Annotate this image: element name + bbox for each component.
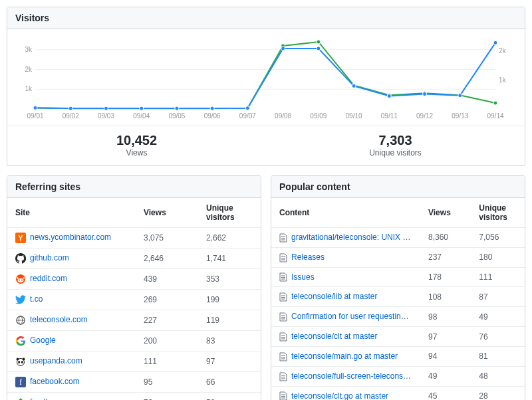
referring-site-link[interactable]: news.ycombinator.com bbox=[30, 233, 111, 242]
popular-views: 49 bbox=[420, 366, 471, 386]
table-row: ffacebook.com 95 66 bbox=[7, 372, 261, 393]
referring-site-link[interactable]: facebook.com bbox=[30, 377, 80, 386]
svg-point-53 bbox=[21, 280, 23, 281]
ycombinator-icon: Y bbox=[15, 233, 26, 243]
referring-views: 2,646 bbox=[136, 249, 198, 269]
referring-views: 76 bbox=[136, 393, 198, 401]
total-unique-label: Unique visitors bbox=[266, 148, 525, 157]
col-unique: Unique visitors bbox=[471, 198, 525, 228]
referring-unique: 119 bbox=[198, 310, 261, 331]
referring-unique: 66 bbox=[198, 372, 261, 393]
panda-icon bbox=[15, 356, 26, 367]
reddit-icon bbox=[15, 274, 26, 284]
svg-text:09/10: 09/10 bbox=[346, 112, 362, 120]
referring-unique: 97 bbox=[198, 351, 261, 372]
referring-views: 95 bbox=[136, 372, 198, 393]
svg-text:2k: 2k bbox=[499, 47, 507, 54]
table-row: Issues 178 111 bbox=[271, 267, 525, 287]
referring-unique: 353 bbox=[198, 269, 261, 290]
popular-views: 45 bbox=[420, 386, 471, 400]
file-icon bbox=[279, 292, 287, 302]
referring-views: 200 bbox=[136, 331, 198, 351]
svg-text:09/02: 09/02 bbox=[63, 112, 79, 120]
file-icon bbox=[279, 233, 287, 243]
svg-text:09/14: 09/14 bbox=[487, 112, 503, 120]
popular-unique: 81 bbox=[471, 346, 525, 366]
github-icon bbox=[15, 253, 26, 264]
table-row: reddit.com 439 353 bbox=[7, 269, 261, 290]
svg-text:09/06: 09/06 bbox=[204, 112, 221, 120]
popular-content-link[interactable]: gravitational/teleconsole: UNIX shel... bbox=[291, 233, 420, 242]
col-views: Views bbox=[136, 198, 198, 228]
table-row: usepanda.com 111 97 bbox=[7, 351, 261, 372]
popular-views: 94 bbox=[420, 346, 471, 366]
popular-content-link[interactable]: Releases bbox=[291, 252, 325, 262]
svg-point-51 bbox=[18, 278, 24, 282]
popular-panel: Popular content Content Views Unique vis… bbox=[271, 175, 525, 400]
table-row: Google 200 83 bbox=[7, 331, 261, 351]
referring-site-link[interactable]: Google bbox=[30, 336, 56, 345]
totals-unique: 7,303 Unique visitors bbox=[266, 126, 525, 165]
file-icon bbox=[279, 372, 287, 381]
referring-table: Site Views Unique visitors Ynews.ycombin… bbox=[7, 198, 261, 400]
feedly-icon bbox=[15, 397, 26, 400]
popular-unique: 49 bbox=[471, 307, 525, 327]
table-row: teleconsole/lib at master 108 87 bbox=[271, 287, 525, 307]
referring-site-link[interactable]: github.com bbox=[30, 253, 69, 262]
col-unique: Unique visitors bbox=[198, 198, 261, 228]
svg-point-42 bbox=[245, 106, 249, 110]
popular-content-link[interactable]: teleconsole/clt.go at master bbox=[291, 391, 388, 400]
svg-point-54 bbox=[23, 277, 25, 279]
referring-site-link[interactable]: feedly.com bbox=[30, 397, 68, 400]
google-icon bbox=[15, 336, 26, 346]
svg-point-55 bbox=[17, 277, 19, 279]
svg-point-44 bbox=[317, 47, 321, 50]
svg-point-48 bbox=[458, 94, 462, 98]
svg-point-35 bbox=[493, 101, 497, 105]
svg-text:09/11: 09/11 bbox=[381, 112, 398, 120]
referring-site-link[interactable]: usepanda.com bbox=[30, 356, 82, 365]
referring-unique: 83 bbox=[198, 331, 261, 351]
popular-unique: 48 bbox=[471, 366, 525, 386]
referring-site-link[interactable]: teleconsole.com bbox=[30, 315, 88, 324]
popular-content-link[interactable]: teleconsole/clt at master bbox=[291, 332, 377, 341]
svg-text:09/09: 09/09 bbox=[310, 112, 327, 120]
file-icon bbox=[279, 272, 287, 282]
popular-content-link[interactable]: teleconsole/lib at master bbox=[291, 292, 377, 301]
popular-content-link[interactable]: teleconsole/full-screen-teleconsole... bbox=[291, 371, 420, 381]
table-row: Ynews.ycombinator.com 3,075 2,662 bbox=[7, 228, 261, 249]
popular-views: 178 bbox=[420, 267, 471, 287]
total-views-label: Views bbox=[7, 148, 266, 157]
popular-content-link[interactable]: teleconsole/main.go at master bbox=[291, 351, 398, 361]
popular-unique: 76 bbox=[471, 327, 525, 347]
svg-point-30 bbox=[317, 40, 321, 44]
twitter-icon bbox=[15, 294, 26, 305]
popular-content-link[interactable]: Confirmation for user requesting to ... bbox=[291, 312, 420, 321]
svg-point-39 bbox=[140, 106, 144, 110]
popular-views: 237 bbox=[420, 247, 471, 267]
referring-site-link[interactable]: reddit.com bbox=[30, 274, 67, 283]
referring-site-link[interactable]: t.co bbox=[30, 294, 43, 304]
svg-text:09/03: 09/03 bbox=[98, 112, 114, 120]
col-content: Content bbox=[271, 198, 420, 228]
popular-unique: 7,056 bbox=[471, 228, 525, 248]
svg-point-46 bbox=[387, 94, 391, 98]
visitors-chart-svg: 3k2k1k2k1k09/0109/0209/0309/0409/0509/06… bbox=[15, 35, 515, 121]
table-row: teleconsole/main.go at master 94 81 bbox=[271, 346, 525, 366]
svg-point-60 bbox=[17, 358, 19, 361]
totals-views: 10,452 Views bbox=[7, 126, 266, 165]
popular-content-link[interactable]: Issues bbox=[291, 272, 315, 282]
svg-point-62 bbox=[18, 361, 20, 363]
file-icon bbox=[279, 253, 287, 262]
referring-views: 227 bbox=[136, 310, 198, 331]
popular-views: 97 bbox=[420, 327, 471, 347]
table-row: teleconsole/clt.go at master 45 28 bbox=[271, 386, 525, 400]
svg-text:1k: 1k bbox=[499, 76, 507, 84]
popular-views: 108 bbox=[420, 287, 471, 307]
table-row: Releases 237 180 bbox=[271, 247, 525, 267]
svg-point-37 bbox=[68, 106, 72, 110]
globe-icon bbox=[15, 315, 26, 326]
svg-text:09/13: 09/13 bbox=[452, 112, 468, 120]
popular-views: 98 bbox=[420, 307, 471, 327]
svg-point-63 bbox=[21, 361, 23, 363]
